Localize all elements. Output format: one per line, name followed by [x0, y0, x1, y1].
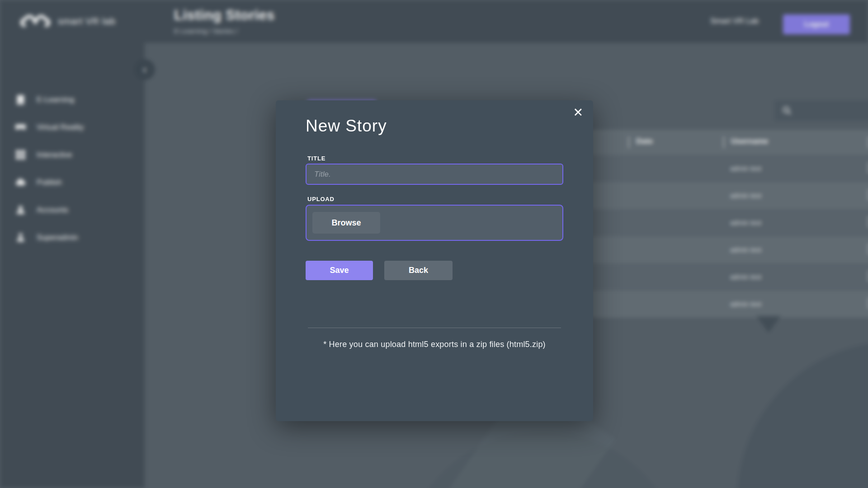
save-button[interactable]: Save [306, 261, 373, 280]
upload-hint: * Here you can upload html5 exports in a… [276, 340, 593, 349]
browse-button[interactable]: Browse [312, 212, 380, 234]
back-button[interactable]: Back [384, 261, 453, 280]
title-field-label: TITLE [307, 155, 326, 162]
upload-field-label: UPLOAD [307, 196, 335, 202]
modal-title: New Story [306, 117, 387, 136]
upload-dropzone[interactable]: Browse [306, 205, 563, 241]
new-story-modal: ✕ New Story TITLE UPLOAD Browse Save Bac… [276, 100, 593, 421]
modal-divider [308, 328, 561, 328]
title-input[interactable] [306, 164, 563, 185]
close-icon[interactable]: ✕ [573, 107, 583, 119]
app-screen: New Story Search Title Date Username A [0, 0, 868, 488]
